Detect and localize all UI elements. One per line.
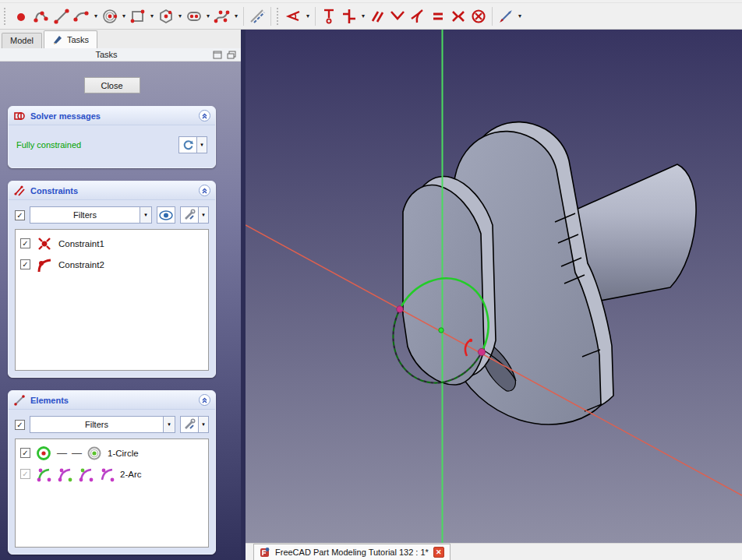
- slot-dropdown-arrow[interactable]: ▾: [204, 5, 212, 27]
- slot-icon: [185, 7, 203, 26]
- symmetric-constraint-icon: [449, 7, 468, 26]
- rectangle-icon: [129, 7, 147, 26]
- constraints-filter-combo[interactable]: Filters ▾: [30, 206, 152, 224]
- circle-center-point[interactable]: [439, 328, 443, 333]
- arc-icon: [72, 7, 91, 26]
- solver-messages-section: Solver messages Fully constrained: [8, 106, 216, 168]
- toolbar-separator: [315, 7, 316, 26]
- arc-element-checkbox[interactable]: ✓: [20, 469, 30, 479]
- dimension-dropdown-arrow[interactable]: ▾: [516, 5, 524, 27]
- eye-icon: [159, 210, 173, 220]
- auto-update-split-button[interactable]: ▾: [178, 136, 207, 153]
- circle-element-checkbox[interactable]: ✓: [20, 448, 30, 458]
- constraint-list-item[interactable]: ✓ Constraint1: [17, 233, 207, 254]
- solver-icon: [13, 110, 26, 122]
- refresh-icon[interactable]: [179, 137, 196, 153]
- point-icon: [12, 7, 30, 26]
- constraints-select-all-checkbox[interactable]: ✓: [15, 210, 25, 220]
- create-point-button[interactable]: [11, 5, 31, 27]
- constraint-list-item[interactable]: ✓ Constraint2: [17, 254, 207, 275]
- constraints-settings-split-button[interactable]: ▾: [180, 206, 209, 224]
- angle-dropdown-arrow[interactable]: ▾: [304, 5, 312, 27]
- elements-settings-split-button[interactable]: ▾: [180, 416, 209, 433]
- task-panel-body: Close Solver messages Fully constrained: [0, 62, 241, 560]
- settings-dropdown-arrow[interactable]: ▾: [198, 207, 208, 223]
- toolbar-grip[interactable]: [277, 8, 281, 25]
- circle-dropdown-arrow[interactable]: ▾: [120, 5, 128, 27]
- close-task-button[interactable]: Close: [84, 77, 140, 93]
- elements-select-all-checkbox[interactable]: ✓: [15, 420, 25, 430]
- create-line-button[interactable]: [51, 5, 72, 27]
- create-rectangle-button[interactable]: [128, 5, 148, 27]
- settings-icon[interactable]: [181, 417, 198, 432]
- document-tab[interactable]: FreeCAD Part Modeling Tutorial 132 : 1* …: [253, 544, 450, 560]
- element-list-item[interactable]: ✓: [17, 463, 207, 484]
- chevron-up-icon: [200, 111, 209, 120]
- constrain-distance-y-button[interactable]: [319, 5, 339, 27]
- close-document-button[interactable]: ✕: [433, 547, 444, 558]
- arc-dropdown-arrow[interactable]: ▾: [92, 5, 100, 27]
- elements-section: Elements ✓ Filters ▾: [8, 390, 216, 555]
- create-arc-button[interactable]: [72, 5, 92, 27]
- elements-collapse-button[interactable]: [199, 394, 210, 406]
- constraints-collapse-button[interactable]: [199, 185, 210, 196]
- float-panel-button[interactable]: [227, 51, 236, 59]
- settings-dropdown-arrow[interactable]: ▾: [198, 417, 208, 432]
- create-bspline-button[interactable]: [212, 5, 232, 27]
- arc-edge-icon: [36, 467, 51, 482]
- constrain-tangent-button[interactable]: [408, 5, 428, 27]
- elements-header[interactable]: Elements: [9, 391, 215, 410]
- tab-tasks[interactable]: Tasks: [44, 30, 97, 48]
- dimension-button[interactable]: [496, 5, 516, 27]
- constraint2-checkbox[interactable]: ✓: [20, 259, 30, 269]
- polygon-dropdown-arrow[interactable]: ▾: [176, 5, 184, 27]
- constraints-header[interactable]: Constraints: [9, 181, 215, 200]
- create-polygon-button[interactable]: [156, 5, 176, 27]
- arc-endpoint-left[interactable]: [397, 306, 403, 312]
- equal-constraint-icon: [429, 7, 447, 26]
- circle-edge-icon: [36, 446, 51, 461]
- create-circle-button[interactable]: [100, 5, 120, 27]
- chevron-up-icon: [200, 186, 209, 195]
- tab-tasks-label: Tasks: [67, 35, 89, 44]
- toolbar-grip[interactable]: [4, 8, 9, 25]
- filter-dropdown-arrow[interactable]: ▾: [163, 417, 175, 432]
- arc-endpoint-right[interactable]: [478, 348, 485, 355]
- sketcher-toolbar: ▾ ▾ ▾ ▾ ▾ ▾: [0, 3, 742, 30]
- create-polyline-button[interactable]: [31, 5, 51, 27]
- constrain-symmetric-button[interactable]: [448, 5, 468, 27]
- filter-dropdown-arrow[interactable]: ▾: [140, 207, 151, 223]
- constrain-block-button[interactable]: [468, 5, 489, 27]
- element-list-item[interactable]: ✓ — — 1-Circle: [17, 442, 207, 463]
- constrain-equal-button[interactable]: [428, 5, 448, 27]
- freecad-logo-icon: [260, 547, 270, 558]
- constraint1-checkbox[interactable]: ✓: [20, 238, 30, 248]
- polyline-icon: [32, 7, 51, 26]
- elements-filter-combo[interactable]: Filters ▾: [30, 416, 175, 433]
- toggle-construction-button[interactable]: [247, 5, 267, 27]
- constrain-perpendicular-button[interactable]: [387, 5, 408, 27]
- refresh-dropdown-arrow[interactable]: ▾: [196, 137, 207, 153]
- crank-pin-boss[interactable]: [403, 185, 484, 385]
- task-panel: Model Tasks Tasks Close: [0, 30, 246, 560]
- bspline-dropdown-arrow[interactable]: ▾: [232, 5, 240, 27]
- 3d-viewport[interactable]: [246, 30, 742, 543]
- dock-panel-button[interactable]: [213, 51, 222, 59]
- angle-constraint-icon: [284, 7, 303, 26]
- coincident-constraint-icon: [36, 235, 53, 252]
- solver-messages-header[interactable]: Solver messages: [9, 107, 215, 125]
- solver-collapse-button[interactable]: [199, 110, 210, 122]
- solver-status-text: Fully constrained: [16, 140, 81, 150]
- tab-model[interactable]: Model: [2, 33, 42, 48]
- show-hide-constraints-button[interactable]: [157, 206, 175, 224]
- constrain-horizontal-vertical-button[interactable]: [339, 5, 359, 27]
- settings-icon[interactable]: [181, 207, 198, 223]
- constrain-angle-button[interactable]: [284, 5, 304, 27]
- create-slot-button[interactable]: [184, 5, 204, 27]
- rectangle-dropdown-arrow[interactable]: ▾: [148, 5, 156, 27]
- panel-tabbar: Model Tasks: [0, 30, 241, 48]
- block-constraint-icon: [469, 7, 488, 26]
- horizontal-vertical-dropdown-arrow[interactable]: ▾: [359, 5, 367, 27]
- constrain-parallel-button[interactable]: [367, 5, 387, 27]
- arc-end-icon: [78, 467, 94, 482]
